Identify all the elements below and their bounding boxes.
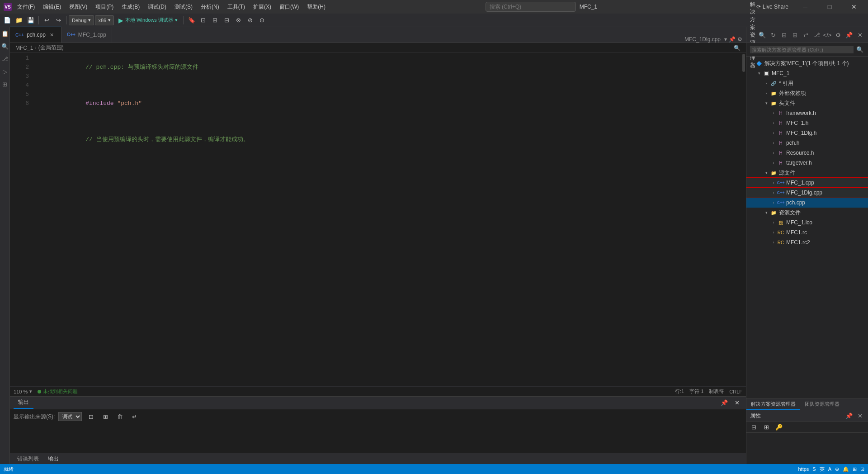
status-a[interactable]: A (828, 466, 831, 472)
output-source-select[interactable]: 调试 (58, 412, 82, 421)
se-code-btn[interactable]: </> (823, 30, 832, 39)
menu-extensions[interactable]: 扩展(X) (250, 1, 275, 13)
tree-mfc1-h[interactable]: › H MFC_1.h (746, 118, 868, 128)
se-settings-btn[interactable]: ⚙ (834, 30, 843, 39)
se-sync-btn[interactable]: ⇄ (801, 30, 810, 39)
breadcrumb-scope[interactable]: (全局范围) (38, 44, 64, 52)
toolbar-more-2[interactable]: ⊞ (210, 15, 221, 26)
toolbar-more-3[interactable]: ⊟ (222, 15, 232, 26)
live-share-button[interactable]: ⟳ Live Share (754, 3, 791, 11)
status-lang[interactable]: 英 (820, 466, 825, 473)
prop-btn-3[interactable]: 🔑 (774, 422, 784, 432)
tab-error-list[interactable]: 错误列表 (14, 453, 42, 465)
tree-mfc1dlg-cpp[interactable]: › C++ MFC_1Dlg.cpp (746, 188, 868, 198)
activity-extensions[interactable]: ⊞ (0, 80, 9, 89)
tab-pin-icon[interactable]: 📌 (729, 36, 736, 43)
prop-close-btn[interactable]: ✕ (855, 411, 864, 420)
sidebar-search-icon[interactable]: 🔍 (855, 45, 864, 54)
menu-file[interactable]: 文件(F) (14, 1, 38, 13)
status-add[interactable]: ⊕ (835, 466, 839, 472)
tab-pch-close[interactable]: ✕ (48, 31, 56, 38)
search-input[interactable] (486, 2, 576, 12)
breadcrumb-project[interactable]: MFC_1 (15, 45, 33, 51)
status-bell[interactable]: 🔔 (843, 466, 849, 472)
menu-project[interactable]: 项目(P) (92, 1, 117, 13)
se-pin-btn[interactable]: 📌 (844, 30, 854, 39)
toolbar-more-5[interactable]: ⊘ (245, 15, 256, 26)
output-tool-1[interactable]: ⊡ (85, 411, 96, 422)
tree-extdeps[interactable]: › 📁 外部依赖项 (746, 88, 868, 98)
status-box[interactable]: ⊡ (860, 466, 864, 472)
tree-mfc1-rc[interactable]: › RC MFC1.rc (746, 228, 868, 237)
se-collapse-btn[interactable]: ⊟ (779, 30, 788, 39)
new-file-button[interactable]: 📄 (2, 15, 13, 26)
sidebar-tab-team[interactable]: 团队资源管理器 (800, 399, 844, 410)
activity-explorer[interactable]: 📋 (0, 29, 9, 38)
se-close-btn[interactable]: ✕ (855, 30, 864, 39)
status-grid[interactable]: ⊞ (853, 466, 857, 472)
se-refresh-btn[interactable]: ↻ (769, 30, 778, 39)
menu-window[interactable]: 窗口(W) (276, 1, 302, 13)
menu-test[interactable]: 测试(S) (171, 1, 196, 13)
activity-git[interactable]: ⎇ (0, 54, 9, 63)
tree-refs[interactable]: › 🔗 * 引用 (746, 78, 868, 88)
tree-resource-h[interactable]: › H Resource.h (746, 148, 868, 158)
open-button[interactable]: 📁 (14, 15, 24, 26)
toolbar-more-1[interactable]: ⊡ (198, 15, 209, 26)
minimize-button[interactable]: ─ (795, 0, 816, 14)
tree-project[interactable]: ▾ 🔲 MFC_1 (746, 68, 868, 78)
tree-sources[interactable]: ▾ 📁 源文件 (746, 168, 868, 178)
menu-view[interactable]: 视图(V) (66, 1, 91, 13)
tab-output[interactable]: 输出 (44, 453, 62, 465)
menu-help[interactable]: 帮助(H) (303, 1, 329, 13)
se-git-btn[interactable]: ⎇ (812, 30, 821, 39)
toolbar-more-6[interactable]: ⊙ (257, 15, 268, 26)
prop-btn-1[interactable]: ⊟ (748, 422, 759, 432)
save-all-button[interactable]: 💾 (25, 15, 36, 26)
sidebar-search-input[interactable] (750, 46, 854, 53)
prop-btn-2[interactable]: ⊞ (761, 422, 772, 432)
activity-debug[interactable]: ▷ (0, 67, 9, 76)
menu-build[interactable]: 生成(B) (118, 1, 143, 13)
code-area[interactable]: // pch.cpp: 与预编译标头对应的源文件 #include "pch.h… (33, 53, 741, 386)
sidebar-tab-solution[interactable]: 解决方案资源管理器 (746, 399, 800, 410)
se-filter-btn[interactable]: ⊞ (790, 30, 799, 39)
tab-panel-arrow[interactable]: ▾ (724, 36, 727, 43)
activity-search[interactable]: 🔍 (0, 42, 9, 51)
output-close-btn[interactable]: ✕ (731, 398, 742, 408)
run-button[interactable]: ▶ 本地 Windows 调试器 ▾ (115, 15, 181, 25)
se-search-btn[interactable]: 🔍 (758, 30, 767, 39)
menu-debug[interactable]: 调试(D) (144, 1, 170, 13)
close-button[interactable]: ✕ (844, 0, 864, 14)
zoom-level[interactable]: 110 % ▾ (14, 389, 32, 394)
tab-mfc1-cpp[interactable]: C++ MFC_1.cpp (61, 27, 112, 43)
maximize-button[interactable]: □ (819, 0, 840, 14)
menu-analyze[interactable]: 分析(N) (197, 1, 223, 13)
output-wrap-btn[interactable]: ↵ (129, 411, 140, 422)
tree-mfc1-ico[interactable]: › 🖼 MFC_1.ico (746, 218, 868, 228)
output-tab-output[interactable]: 输出 (14, 397, 33, 409)
tree-pch-cpp[interactable]: › C++ pch.cpp (746, 198, 868, 208)
status-https[interactable]: https (798, 466, 809, 472)
menu-edit[interactable]: 编辑(E) (39, 1, 65, 13)
output-clear-btn[interactable]: 🗑 (114, 411, 125, 422)
editor-scrollbar[interactable] (741, 53, 746, 386)
tree-pch-h[interactable]: › H pch.h (746, 138, 868, 148)
tree-mfc1-cpp[interactable]: › C++ MFC_1.cpp (746, 178, 868, 188)
breadcrumb-search-icon[interactable]: 🔍 (734, 45, 741, 51)
redo-button[interactable]: ↪ (53, 15, 64, 26)
tree-headers[interactable]: ▾ 📁 头文件 (746, 98, 868, 108)
toolbar-more-4[interactable]: ⊗ (233, 15, 244, 26)
menu-tools[interactable]: 工具(T) (224, 1, 249, 13)
tree-mfc1dlg-h[interactable]: › H MFC_1Dlg.h (746, 128, 868, 138)
tree-framework-h[interactable]: › H framework.h (746, 108, 868, 118)
tree-mfc1-rc2[interactable]: › RC MFC1.rc2 (746, 237, 868, 247)
status-s[interactable]: S (812, 466, 816, 472)
tree-solution[interactable]: ▾ 🔷 解决方案'MFC_1'(1 个项目/共 1 个) (746, 58, 868, 68)
output-tool-2[interactable]: ⊞ (100, 411, 111, 422)
bookmark-button[interactable]: 🔖 (186, 15, 197, 26)
prop-pin-btn[interactable]: 📌 (844, 411, 854, 420)
tree-targetver-h[interactable]: › H targetver.h (746, 158, 868, 168)
undo-button[interactable]: ↩ (41, 15, 52, 26)
tree-resources[interactable]: ▾ 📁 资源文件 (746, 208, 868, 218)
